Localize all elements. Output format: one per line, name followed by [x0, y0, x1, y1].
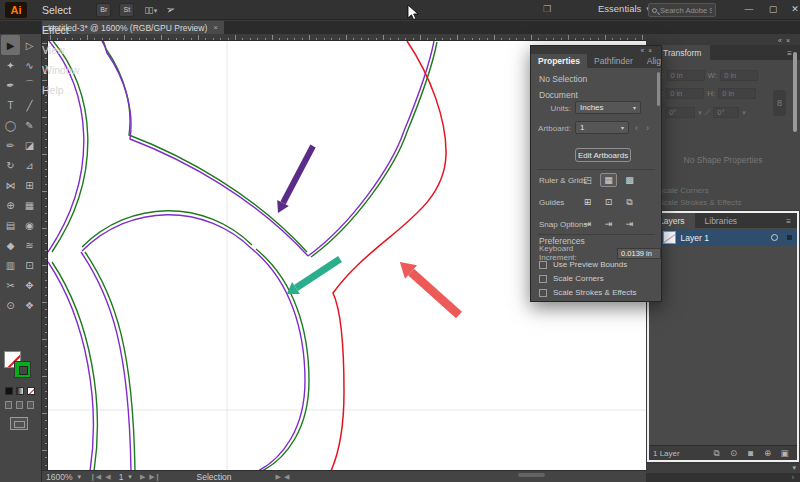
tab-properties[interactable]: Properties [531, 54, 587, 68]
gpu-performance-icon[interactable]: ❒ [543, 4, 551, 14]
panel-scrollbar[interactable] [657, 72, 660, 106]
checkbox-unchecked[interactable] [539, 261, 547, 269]
next-artboard-icon[interactable]: › [646, 123, 649, 133]
w-field[interactable]: 0 in [720, 70, 758, 81]
lock-guides-icon[interactable]: ⊡ [600, 195, 617, 209]
share-icon[interactable]: ➢ [165, 2, 177, 17]
h-field[interactable]: 0 in [718, 88, 756, 99]
tab-libraries[interactable]: Libraries [695, 213, 748, 228]
status-split-right-icon[interactable]: ◀ [284, 473, 289, 481]
maximize-button[interactable]: ▢ [762, 0, 784, 18]
new-layer-icon[interactable]: ▣ [776, 448, 793, 459]
stroke-swatch-green[interactable] [14, 361, 31, 378]
close-button[interactable]: ✕ [784, 0, 800, 18]
show-guides-icon[interactable]: ⊞ [579, 195, 596, 209]
tool-eyedropper[interactable]: ◆ [1, 235, 20, 255]
panel-menu-icon[interactable]: ≡ [786, 217, 791, 226]
none-button[interactable] [27, 387, 35, 395]
checkbox-unchecked[interactable] [539, 289, 547, 297]
layer-name[interactable]: Layer 1 [681, 233, 766, 243]
tab-transform[interactable]: Transform [654, 45, 710, 60]
minimize-button[interactable]: — [738, 0, 760, 18]
menubar-item[interactable]: Help [33, 80, 88, 100]
tool-gradient[interactable]: ▤ [1, 215, 20, 235]
checkbox-row[interactable]: Scale Strokes & Effects [539, 288, 661, 297]
checkbox-row[interactable]: Use Preview Bounds [539, 260, 661, 269]
tool-rotate[interactable]: ↻ [1, 155, 20, 175]
artboard-dropdown-icon[interactable]: ▾ [128, 473, 132, 481]
tool-zoom[interactable]: ⊙ [1, 295, 20, 315]
tool-type[interactable]: T [1, 95, 20, 115]
tool-shape-builder[interactable]: ⊕ [1, 195, 20, 215]
tool-hand[interactable]: ✥ [20, 275, 39, 295]
tool-ellipse[interactable]: ◯ [1, 115, 20, 135]
new-sublayer-icon[interactable]: ⊕ [759, 448, 776, 459]
make-clipping-mask-icon[interactable]: ◙ [742, 448, 759, 459]
layer-row[interactable]: ▸ Layer 1 [649, 229, 797, 246]
smart-guides-icon[interactable]: ⧉ [621, 195, 638, 209]
tool-paintbrush[interactable]: ✎ [20, 115, 39, 135]
zoom-level[interactable]: 1600% [46, 472, 72, 482]
collect-for-export-icon[interactable]: ⧉ [708, 448, 725, 459]
tool-free-transform[interactable]: ⊞ [20, 175, 39, 195]
workspace-switcher[interactable]: Essentials ▾ [598, 3, 650, 14]
draw-inside-button[interactable] [27, 401, 34, 409]
menubar-item[interactable]: Effect [33, 20, 88, 40]
tool-mesh[interactable]: ▦ [20, 195, 39, 215]
tool-graph[interactable]: ▥ [1, 255, 20, 275]
tool-eraser[interactable]: ◪ [20, 135, 39, 155]
tool-pencil[interactable]: ✏ [1, 135, 20, 155]
snap-to-grid-icon[interactable]: ⇥ [579, 217, 596, 231]
panel-menu-icon[interactable]: ≡ [787, 49, 792, 58]
menubar-item[interactable]: View [33, 40, 88, 60]
y-field[interactable]: 0 in [666, 88, 704, 99]
first-artboard-icon[interactable]: ❙◀ [90, 473, 101, 481]
checkbox-row[interactable]: Scale Corners [539, 274, 661, 283]
scroll-right-icon[interactable]: › [792, 474, 794, 481]
grid-icon[interactable]: ▦ [600, 173, 617, 187]
artboard-dropdown[interactable]: 1 ▾ [575, 121, 629, 134]
x-field[interactable]: 0 in [667, 70, 705, 81]
tool-blend[interactable]: ◉ [20, 215, 39, 235]
constrain-proportions-icon[interactable]: 8 [773, 90, 786, 116]
properties-panel-floating[interactable]: «× Properties Pathfinder Align No Select… [530, 45, 662, 302]
draw-behind-button[interactable] [16, 401, 23, 409]
units-dropdown[interactable]: Inches ▾ [575, 101, 641, 114]
tool-slice[interactable]: ✂ [1, 275, 20, 295]
dock-scrollbar[interactable] [793, 52, 797, 132]
panel-collapse-close-icons[interactable]: «× [641, 47, 656, 54]
scroll-down-icon[interactable]: ▾ [792, 464, 796, 472]
menubar-item[interactable]: Window [33, 60, 88, 80]
prev-artboard-icon[interactable]: ◀ [105, 473, 110, 481]
menubar-item[interactable]: Select [33, 0, 88, 20]
prev-artboard-icon[interactable]: ‹ [635, 123, 638, 133]
locate-object-icon[interactable]: ⊙ [725, 448, 742, 459]
color-button[interactable] [5, 387, 13, 395]
arrange-documents-icon[interactable]: ▯▯ ▾ [144, 5, 156, 15]
stock-search-box[interactable]: Search Adobe Stock [648, 3, 716, 17]
tool-width[interactable]: ⋈ [1, 175, 20, 195]
ruler-icon[interactable]: ◳ [579, 173, 596, 187]
tool-symbol-sprayer[interactable]: ≋ [20, 235, 39, 255]
dock-collapse-close-icons[interactable]: «× [778, 37, 794, 44]
screen-mode-button[interactable] [10, 417, 28, 430]
horizontal-scrollbar[interactable] [518, 473, 545, 477]
shear-field[interactable]: 0° [713, 107, 739, 118]
tool-magic-wand[interactable]: ✦ [1, 55, 20, 75]
rotate-field[interactable]: 0° [665, 107, 695, 118]
tab-pathfinder[interactable]: Pathfinder [587, 54, 640, 68]
tool-selection[interactable]: ▶ [1, 35, 20, 55]
draw-normal-button[interactable] [5, 401, 12, 409]
transparency-grid-icon[interactable]: ▩ [621, 173, 638, 187]
tab-align[interactable]: Align [640, 54, 662, 68]
tool-shaper[interactable]: ❖ [20, 295, 39, 315]
gradient-button[interactable] [16, 387, 24, 395]
tool-artboard[interactable]: ⊡ [20, 255, 39, 275]
status-split-left-icon[interactable]: ▶ [275, 473, 280, 481]
checkbox-unchecked[interactable] [539, 275, 547, 283]
stock-button[interactable]: St [119, 3, 134, 17]
close-tab-icon[interactable]: × [213, 23, 218, 32]
zoom-dropdown-icon[interactable]: ▾ [77, 473, 81, 481]
tool-scale[interactable]: ⊿ [20, 155, 39, 175]
snap-to-pixel-icon[interactable]: ⇥ [621, 217, 638, 231]
